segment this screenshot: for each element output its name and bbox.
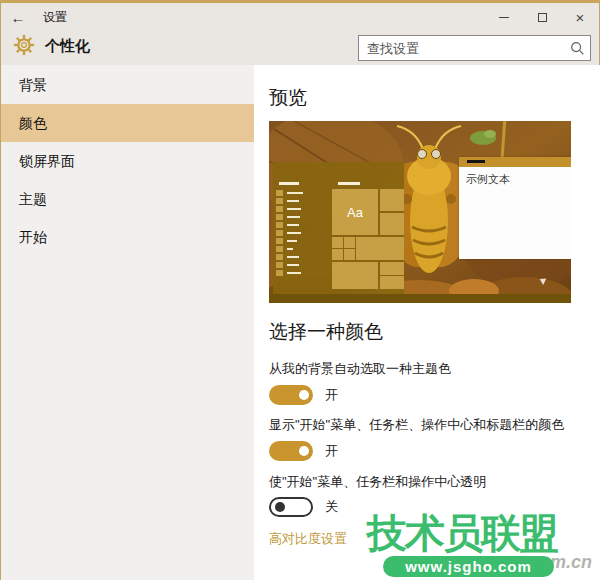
auto-accent-toggle[interactable] xyxy=(269,385,313,405)
preview-window-titlebar xyxy=(459,157,571,167)
auto-accent-label: 从我的背景自动选取一种主题色 xyxy=(269,360,451,378)
toggle-knob xyxy=(275,502,285,512)
transparency-toggle[interactable] xyxy=(269,497,313,517)
back-button[interactable]: ← xyxy=(1,9,35,26)
preview-app-list xyxy=(276,189,316,277)
main-content: 预览 xyxy=(254,65,600,580)
preview-taskbar xyxy=(269,294,571,303)
preview-start-menu: Aa xyxy=(273,162,404,294)
preview-tiles-dash xyxy=(338,182,360,185)
window-controls: × xyxy=(485,3,599,31)
transparency-label: 使"开始"菜单、任务栏和操作中心透明 xyxy=(269,473,486,491)
sidebar-item-start[interactable]: 开始 xyxy=(1,218,254,256)
preview-tile-grid: Aa xyxy=(332,189,404,289)
preview-menu-dash xyxy=(279,182,299,185)
maximize-icon xyxy=(538,13,547,22)
show-color-state: 开 xyxy=(325,442,338,460)
title-bar: ← 设置 × xyxy=(1,3,599,31)
search-icon[interactable] xyxy=(569,40,585,60)
window-title: 设置 xyxy=(43,9,67,26)
settings-window: ← 设置 × xyxy=(0,0,600,580)
preview-sample-window: 示例文本 xyxy=(459,157,571,259)
maximize-button[interactable] xyxy=(523,3,561,31)
toggle-knob xyxy=(299,390,309,400)
search-input[interactable] xyxy=(358,35,591,61)
sidebar-item-themes[interactable]: 主题 xyxy=(1,180,254,218)
show-color-label: 显示"开始"菜单、任务栏、操作中心和标题栏的颜色 xyxy=(269,416,564,434)
preview-sample-text: 示例文本 xyxy=(459,167,571,259)
search-box xyxy=(358,35,591,61)
page-title: 个性化 xyxy=(45,37,90,56)
minimize-button[interactable] xyxy=(485,3,523,31)
preview-image: Aa 示例文本 xyxy=(269,121,571,303)
preview-heading: 预览 xyxy=(269,85,307,111)
transparency-toggle-row: 关 xyxy=(269,497,338,517)
sidebar-item-lockscreen[interactable]: 锁屏界面 xyxy=(1,142,254,180)
high-contrast-link[interactable]: 高对比度设置 xyxy=(269,530,347,548)
preview-tile-aa: Aa xyxy=(332,189,378,235)
page-header: 个性化 xyxy=(1,31,599,65)
sidebar-item-colors[interactable]: 颜色 xyxy=(1,104,254,142)
sidebar-item-background[interactable]: 背景 xyxy=(1,66,254,104)
transparency-state: 关 xyxy=(325,498,338,516)
choose-color-heading: 选择一种颜色 xyxy=(269,319,383,345)
close-button[interactable]: × xyxy=(561,3,599,31)
settings-gear-icon xyxy=(13,34,35,60)
toggle-knob xyxy=(299,446,309,456)
show-color-toggle-row: 开 xyxy=(269,441,338,461)
sidebar: 背景 颜色 锁屏界面 主题 开始 xyxy=(1,65,254,580)
auto-accent-state: 开 xyxy=(325,386,338,404)
minimize-icon xyxy=(499,17,509,18)
preview-window-dash xyxy=(467,160,485,163)
show-color-toggle[interactable] xyxy=(269,441,313,461)
auto-accent-toggle-row: 开 xyxy=(269,385,338,405)
